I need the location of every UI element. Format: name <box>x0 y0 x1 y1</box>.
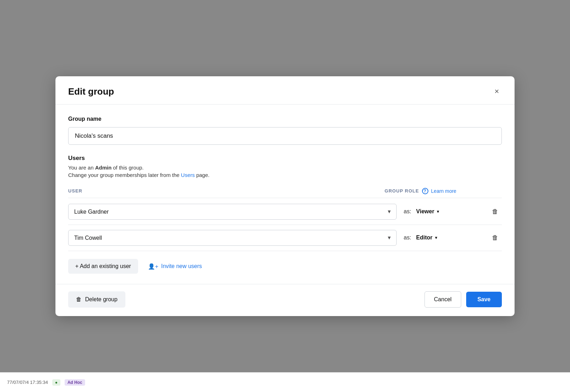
users-link[interactable]: Users <box>181 172 195 178</box>
admin-suffix: of this group. <box>112 165 144 171</box>
bottom-tag-adhoc: Ad Hoc <box>65 379 85 386</box>
role-value-2: Editor <box>416 234 432 241</box>
modal-body: Group name Users You are an Admin of thi… <box>55 105 515 284</box>
edit-group-modal: Edit group × Group name Users You are an… <box>55 76 515 316</box>
modal-title: Edit group <box>68 86 114 97</box>
col-role-label: GROUP ROLE <box>385 188 419 194</box>
modal-header: Edit group × <box>55 76 515 105</box>
user-row: Luke Gardner ▼ as: Viewer ▼ 🗑 <box>68 199 502 225</box>
role-value-1: Viewer <box>416 208 434 215</box>
modal-overlay: 77/07/07/4 17:35:34 ● Ad Hoc Edit group … <box>0 0 570 392</box>
admin-prefix: You are an <box>68 165 95 171</box>
role-section-1: as: Viewer ▼ <box>404 208 481 215</box>
users-section: Users You are an Admin of this group. Ch… <box>68 155 502 275</box>
role-dropdown-2[interactable]: Editor ▼ <box>415 234 439 242</box>
change-text: Change your group memberships later from… <box>68 172 181 178</box>
invite-label: Invite new users <box>161 263 202 269</box>
role-as-label-2: as: <box>404 234 411 241</box>
save-button[interactable]: Save <box>466 292 502 307</box>
bottom-tag-green: ● <box>52 379 60 386</box>
admin-info: You are an Admin of this group. <box>68 165 502 171</box>
col-user-header: USER <box>68 188 385 194</box>
user-select-1[interactable]: Luke Gardner <box>68 204 397 220</box>
users-section-title: Users <box>68 155 502 162</box>
role-dropdown-1[interactable]: Viewer ▼ <box>415 208 441 215</box>
learn-more-link[interactable]: Learn more <box>431 188 457 194</box>
bottom-date: 77/07/07/4 17:35:34 <box>7 380 48 385</box>
role-arrow-2: ▼ <box>434 236 438 240</box>
users-page-link: Change your group memberships later from… <box>68 172 502 178</box>
invite-new-users-button[interactable]: 👤+ Invite new users <box>147 259 203 274</box>
user-row: Tim Cowell ▼ as: Editor ▼ 🗑 <box>68 225 502 251</box>
role-as-label-1: as: <box>404 208 411 215</box>
help-icon[interactable]: ? <box>422 188 428 194</box>
change-suffix: page. <box>195 172 210 178</box>
col-role-header: GROUP ROLE ? Learn more <box>385 188 483 194</box>
footer-right: Cancel Save <box>424 291 502 308</box>
close-button[interactable]: × <box>492 86 502 97</box>
cancel-button[interactable]: Cancel <box>424 291 461 308</box>
actions-row: + Add an existing user 👤+ Invite new use… <box>68 251 502 275</box>
modal-footer: 🗑 Delete group Cancel Save <box>55 284 515 316</box>
trash-icon: 🗑 <box>76 296 82 303</box>
user-select-wrapper-2: Tim Cowell ▼ <box>68 230 397 246</box>
group-name-input[interactable] <box>68 127 502 145</box>
admin-bold: Admin <box>95 165 112 171</box>
user-select-2[interactable]: Tim Cowell <box>68 230 397 246</box>
group-name-label: Group name <box>68 116 502 122</box>
delete-user-1-button[interactable]: 🗑 <box>488 206 502 218</box>
bottom-bar: 77/07/07/4 17:35:34 ● Ad Hoc <box>0 372 570 392</box>
role-section-2: as: Editor ▼ <box>404 234 481 242</box>
add-existing-user-button[interactable]: + Add an existing user <box>68 259 138 274</box>
user-plus-icon: 👤+ <box>148 263 158 270</box>
delete-group-label: Delete group <box>85 296 118 303</box>
role-arrow-1: ▼ <box>436 209 440 214</box>
delete-user-2-button[interactable]: 🗑 <box>488 232 502 244</box>
user-select-wrapper-1: Luke Gardner ▼ <box>68 204 397 220</box>
delete-group-button[interactable]: 🗑 Delete group <box>68 291 125 308</box>
table-header: USER GROUP ROLE ? Learn more <box>68 185 502 198</box>
